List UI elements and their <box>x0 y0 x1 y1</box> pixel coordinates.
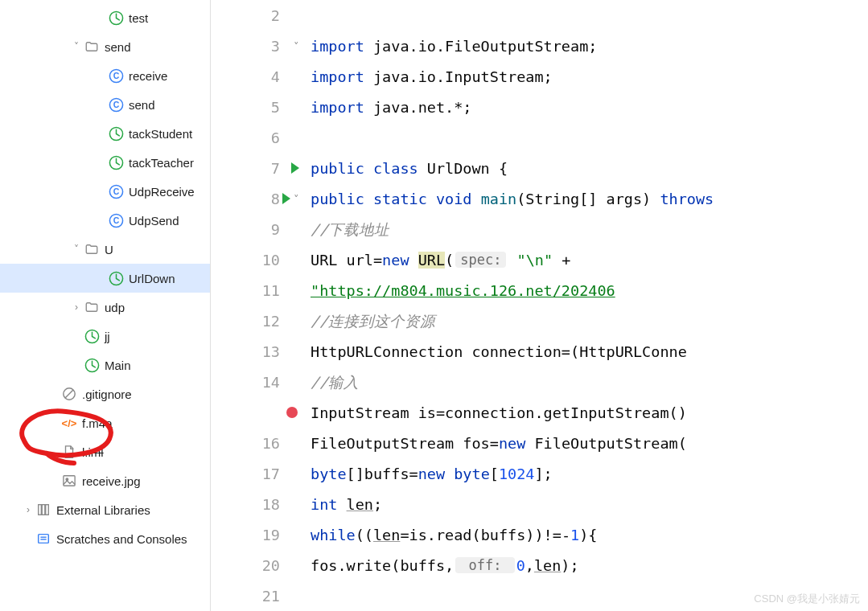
gutter-line-18[interactable]: 18 <box>211 489 301 519</box>
tree-item-u[interactable]: ˅U <box>0 235 210 264</box>
gutter-line-3[interactable]: 3˅ <box>211 31 301 61</box>
tree-item-send[interactable]: ˅send <box>0 32 210 61</box>
tree-item-test[interactable]: test <box>0 3 210 32</box>
code-line-18[interactable]: int len; <box>307 489 868 519</box>
tree-item-label: Main <box>105 359 131 372</box>
tree-item-urldown[interactable]: UrlDown <box>0 264 210 293</box>
chevron-icon[interactable]: › <box>23 504 34 515</box>
code-area[interactable]: import java.io.FileOutputStream;import j… <box>307 0 868 611</box>
run-icon[interactable] <box>282 193 290 204</box>
tree-item-external-libraries[interactable]: ›External Libraries <box>0 495 210 524</box>
gutter-icons[interactable] <box>288 162 299 174</box>
chevron-icon[interactable] <box>48 417 60 429</box>
chevron-icon[interactable] <box>95 128 106 139</box>
code-line-11[interactable]: "https://m804.music.126.net/202406 <box>307 275 868 306</box>
line-number: 6 <box>271 129 280 146</box>
gutter-line-7[interactable]: 7 <box>211 153 301 183</box>
tree-item-jj[interactable]: jj <box>0 322 210 351</box>
gutter-line-8[interactable]: 8˅ <box>211 183 301 214</box>
chevron-icon[interactable] <box>71 330 82 342</box>
tree-item-udpsend[interactable]: CUdpSend <box>0 206 210 235</box>
gutter-line-14[interactable]: 14 <box>211 367 301 397</box>
tree-item-l-iml[interactable]: l.iml <box>0 437 210 466</box>
tree-item--gitignore[interactable]: .gitignore <box>0 379 210 408</box>
folder-icon <box>84 39 100 55</box>
gutter-line-11[interactable]: 11 <box>211 275 301 306</box>
tree-item-receive[interactable]: Creceive <box>0 61 210 90</box>
chevron-icon[interactable] <box>71 359 82 371</box>
tree-item-label: udp <box>105 301 125 314</box>
code-line-5[interactable]: import java.net.*; <box>307 92 868 122</box>
gutter-line-10[interactable]: 10 <box>211 244 301 275</box>
code-line-15[interactable]: InputStream is=connection.getInputStream… <box>307 397 868 428</box>
chevron-icon[interactable] <box>95 70 106 81</box>
fold-icon[interactable]: ˅ <box>294 40 299 52</box>
tree-item-label: tackStudent <box>129 127 192 141</box>
chevron-icon[interactable] <box>95 157 106 168</box>
code-line-19[interactable]: while((len=is.read(buffs))!=-1){ <box>307 519 868 550</box>
gutter-line-2[interactable]: 2 <box>211 0 301 31</box>
tree-item-tackteacher[interactable]: tackTeacher <box>0 148 210 177</box>
gutter-line-12[interactable]: 12 <box>211 306 301 336</box>
gutter-line-15[interactable] <box>211 397 301 428</box>
chevron-icon[interactable] <box>48 475 60 486</box>
gutter-line-5[interactable]: 5 <box>211 92 301 122</box>
chevron-icon[interactable] <box>95 215 106 226</box>
code-line-8[interactable]: public static void main(String[] args) t… <box>307 183 868 214</box>
chevron-icon[interactable] <box>95 99 106 110</box>
tree-item-main[interactable]: Main <box>0 351 210 379</box>
gutter-line-17[interactable]: 17 <box>211 458 301 489</box>
fold-icon[interactable]: ˅ <box>294 193 299 205</box>
chevron-icon[interactable]: › <box>71 301 82 313</box>
code-line-17[interactable]: byte[]buffs=new byte[1024]; <box>307 458 868 489</box>
tree-item-scratches-and-consoles[interactable]: Scratches and Consoles <box>0 524 210 553</box>
tree-item-label: l.iml <box>82 445 104 459</box>
code-line-10[interactable]: URL url=new URL(spec: "\n" + <box>307 244 868 275</box>
gutter-line-20[interactable]: 20 <box>211 550 301 580</box>
tree-item-f-m4a[interactable]: </>f.m4a <box>0 408 210 437</box>
code-editor[interactable]: 23˅45678˅91011121314161718192021 import … <box>211 0 868 611</box>
tree-item-udpreceive[interactable]: CUdpReceive <box>0 177 210 206</box>
code-line-12[interactable]: //连接到这个资源 <box>307 306 868 336</box>
xml-icon: </> <box>61 415 77 431</box>
project-tree[interactable]: test˅send Creceive Csend tackStudent tac… <box>0 0 211 611</box>
gutter-line-16[interactable]: 16 <box>211 428 301 458</box>
code-line-6[interactable] <box>307 122 868 153</box>
tree-item-tackstudent[interactable]: tackStudent <box>0 119 210 148</box>
class-icon <box>108 10 124 26</box>
code-line-2[interactable] <box>307 0 868 31</box>
chevron-icon[interactable] <box>23 533 34 544</box>
gutter-icons[interactable]: ˅ <box>290 40 299 52</box>
tree-item-receive-jpg[interactable]: receive.jpg <box>0 466 210 495</box>
code-line-16[interactable]: FileOutputStream fos=new FileOutputStrea… <box>307 428 868 458</box>
line-number: 4 <box>271 68 280 85</box>
tree-item-send[interactable]: Csend <box>0 90 210 119</box>
chevron-icon[interactable] <box>95 12 106 23</box>
gutter[interactable]: 23˅45678˅91011121314161718192021 <box>211 0 307 611</box>
code-line-9[interactable]: //下载地址 <box>307 214 868 244</box>
code-line-7[interactable]: public class UrlDown { <box>307 153 868 183</box>
gutter-line-9[interactable]: 9 <box>211 214 301 244</box>
chevron-icon[interactable]: ˅ <box>71 244 82 255</box>
gutter-icons[interactable]: ˅ <box>279 193 299 205</box>
chevron-icon[interactable] <box>95 273 106 284</box>
code-line-4[interactable]: import java.io.InputStream; <box>307 61 868 92</box>
gutter-line-6[interactable]: 6 <box>211 122 301 153</box>
tree-item-udp[interactable]: ›udp <box>0 293 210 322</box>
chevron-icon[interactable] <box>95 186 106 197</box>
gutter-line-4[interactable]: 4 <box>211 61 301 92</box>
interface-icon: C <box>108 96 124 113</box>
chevron-icon[interactable] <box>48 388 60 400</box>
breakpoint-icon[interactable] <box>286 407 298 418</box>
code-line-13[interactable]: HttpURLConnection connection=(HttpURLCon… <box>307 336 868 367</box>
code-line-20[interactable]: fos.write(buffs, off: 0,len); <box>307 550 868 580</box>
gutter-line-19[interactable]: 19 <box>211 519 301 550</box>
run-icon[interactable] <box>291 162 299 174</box>
chevron-icon[interactable]: ˅ <box>71 41 82 52</box>
chevron-icon[interactable] <box>48 446 60 457</box>
code-line-3[interactable]: import java.io.FileOutputStream; <box>307 31 868 61</box>
svg-rect-19 <box>42 505 45 515</box>
gutter-line-13[interactable]: 13 <box>211 336 301 367</box>
code-line-14[interactable]: //输入 <box>307 367 868 397</box>
gutter-line-21[interactable]: 21 <box>211 580 301 611</box>
